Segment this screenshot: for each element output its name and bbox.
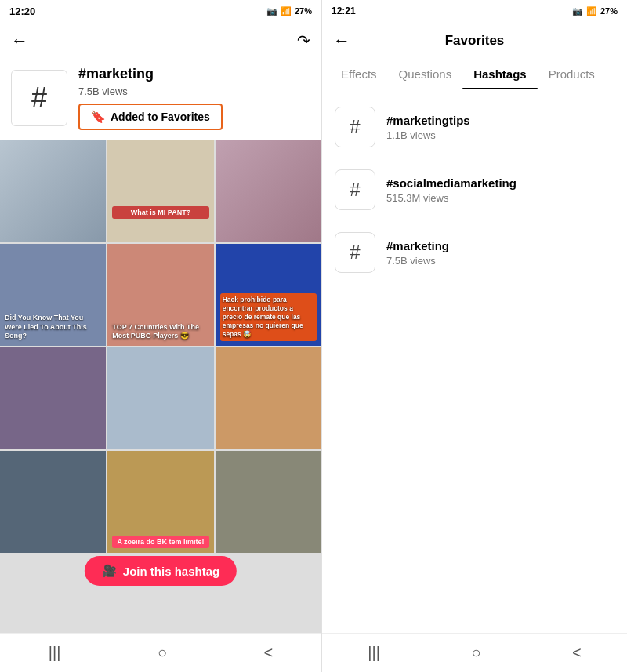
list-item[interactable]: # #marketingtips 1.1B views xyxy=(322,96,627,158)
r-nav-home-icon[interactable]: ○ xyxy=(471,644,480,662)
nav-menu-icon[interactable]: ||| xyxy=(49,644,61,662)
hashtag-title: #marketing xyxy=(78,66,223,82)
hashtag-item-info: #marketing 7.5B views xyxy=(386,239,449,267)
video-cell[interactable]: What is MI PANT? xyxy=(107,140,213,242)
right-status-bar: 12:21 📷 📶 27% xyxy=(322,0,627,22)
join-hashtag-label: Join this hashtag xyxy=(123,565,219,578)
tab-products[interactable]: Products xyxy=(538,60,606,89)
video-cell[interactable] xyxy=(216,140,321,242)
left-nav-bar: ||| ○ < xyxy=(0,633,321,672)
signal-icon: 📶 xyxy=(281,6,292,16)
hash-symbol: # xyxy=(31,82,47,114)
video-cell[interactable] xyxy=(0,347,106,449)
video-cell[interactable] xyxy=(216,347,321,449)
left-status-icons: 📷 📶 27% xyxy=(266,6,312,16)
video-cell[interactable] xyxy=(216,451,321,553)
video-cell[interactable] xyxy=(0,140,106,242)
video-overlay-text: TOP 7 Countries With The Most PUBG Playe… xyxy=(112,323,208,341)
video-grid: What is MI PANT? Did You Know That You W… xyxy=(0,140,321,633)
r-nav-menu-icon[interactable]: ||| xyxy=(368,644,380,662)
hashtag-item-views: 1.1B views xyxy=(386,129,470,141)
camera-status-icon: 📷 xyxy=(266,6,277,16)
r-nav-back-icon[interactable]: < xyxy=(572,644,582,662)
right-signal-icon: 📶 xyxy=(586,6,597,16)
hashtag-views: 7.5B views xyxy=(78,85,223,97)
video-camera-icon: 🎥 xyxy=(102,564,117,578)
tabs-row: Effects Questions Hashtags Products xyxy=(322,60,627,89)
right-camera-icon: 📷 xyxy=(572,6,583,16)
hashtag-item-name: #marketing xyxy=(386,239,449,252)
nav-back-icon[interactable]: < xyxy=(264,644,274,662)
hashtag-item-views: 515.3M views xyxy=(386,192,516,204)
right-back-button[interactable]: ← xyxy=(333,31,350,51)
right-battery: 27% xyxy=(600,6,618,16)
bookmark-icon: 🔖 xyxy=(91,110,106,124)
list-item[interactable]: # #marketing 7.5B views xyxy=(322,221,627,284)
left-status-bar: 12:20 📷 📶 27% xyxy=(0,0,321,22)
right-time: 12:21 xyxy=(332,5,356,16)
left-header: ← ↷ xyxy=(0,22,321,60)
left-panel: 12:20 📷 📶 27% ← ↷ # #marketing 7.5B view… xyxy=(0,0,321,672)
video-cell[interactable] xyxy=(0,451,106,553)
hashtag-item-info: #socialmediamarketing 515.3M views xyxy=(386,176,516,204)
favorites-label: Added to Favorites xyxy=(111,111,210,123)
hashtag-list: # #marketingtips 1.1B views # #socialmed… xyxy=(322,89,627,633)
hashtag-item-info: #marketingtips 1.1B views xyxy=(386,114,470,141)
video-overlay-text: Hack prohibido para encontrar productos … xyxy=(220,293,317,341)
hashtag-header: # #marketing 7.5B views 🔖 Added to Favor… xyxy=(0,60,321,140)
video-cell[interactable]: Did You Know That You Were Lied To About… xyxy=(0,244,106,346)
video-cell[interactable]: TOP 7 Countries With The Most PUBG Playe… xyxy=(107,244,213,346)
video-overlay-text: A zoeira do BK tem limite! xyxy=(112,536,208,548)
right-panel: 12:21 📷 📶 27% ← Favorites Effects Questi… xyxy=(321,0,627,672)
back-button[interactable]: ← xyxy=(11,31,28,51)
video-overlay-text: What is MI PANT? xyxy=(112,206,208,219)
favorites-title: Favorites xyxy=(445,33,505,49)
video-cell[interactable] xyxy=(107,347,213,449)
hashtag-item-name: #marketingtips xyxy=(386,114,470,127)
right-nav-bar: ||| ○ < xyxy=(322,633,627,672)
tab-effects[interactable]: Effects xyxy=(330,60,388,89)
battery-left: 27% xyxy=(295,6,312,16)
hashtag-list-icon: # xyxy=(335,107,375,147)
video-cell[interactable]: A zoeira do BK tem limite! xyxy=(107,451,213,553)
hashtag-list-icon: # xyxy=(335,232,375,273)
add-favorites-button[interactable]: 🔖 Added to Favorites xyxy=(78,104,223,130)
tab-questions[interactable]: Questions xyxy=(388,60,463,89)
right-header: ← Favorites xyxy=(322,22,627,60)
tab-hashtags[interactable]: Hashtags xyxy=(462,60,538,89)
nav-home-icon[interactable]: ○ xyxy=(158,644,167,662)
list-item[interactable]: # #socialmediamarketing 515.3M views xyxy=(322,158,627,221)
hashtag-item-views: 7.5B views xyxy=(386,255,449,267)
right-status-icons: 📷 📶 27% xyxy=(572,6,618,16)
left-time: 12:20 xyxy=(9,5,35,17)
hashtag-item-name: #socialmediamarketing xyxy=(386,176,516,190)
hashtag-list-icon: # xyxy=(335,169,375,210)
video-overlay-text: Did You Know That You Were Lied To About… xyxy=(5,314,101,341)
hashtag-info: #marketing 7.5B views 🔖 Added to Favorit… xyxy=(78,66,223,130)
share-button[interactable]: ↷ xyxy=(297,31,310,50)
join-hashtag-button[interactable]: 🎥 Join this hashtag xyxy=(85,556,237,586)
video-cell[interactable]: Hack prohibido para encontrar productos … xyxy=(216,244,321,346)
hashtag-icon: # xyxy=(11,70,67,126)
